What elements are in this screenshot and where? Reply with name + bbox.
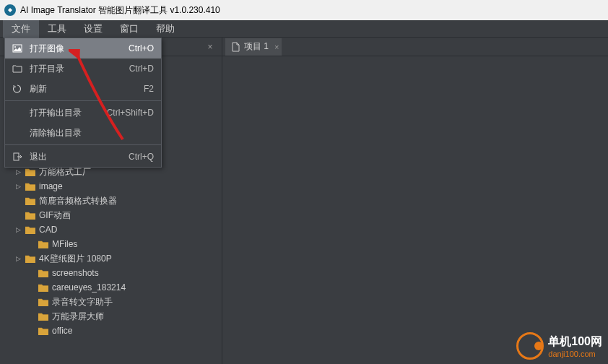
expand-icon[interactable]: ▷ (16, 255, 25, 262)
tree-item[interactable]: ▷CAD (0, 222, 222, 237)
tree-label: image (39, 181, 63, 191)
menu-window[interactable]: 窗口 (111, 20, 147, 38)
menu-separator (5, 100, 161, 101)
folder-icon (38, 268, 49, 278)
main-area: 项目 1 × (222, 38, 608, 364)
tree-label: 录音转文字助手 (52, 296, 113, 308)
watermark-title: 单机100网 (548, 334, 602, 350)
folder-icon (25, 210, 36, 220)
svg-point-1 (14, 46, 16, 48)
menu-clear-output[interactable]: 清除输出目录 (5, 123, 161, 143)
image-icon (11, 42, 24, 55)
watermark: 单机100网 danji100.com (516, 332, 602, 360)
menu-label: 打开图像 (30, 43, 129, 55)
folder-icon (11, 62, 24, 75)
folder-icon (25, 254, 36, 264)
expand-icon[interactable]: ▷ (16, 226, 25, 233)
refresh-icon (11, 82, 24, 95)
tree-label: 万能格式工厂 (39, 166, 91, 178)
titlebar-text: AI Image Translator 智能图片翻译工具 v1.0.230.41… (20, 4, 220, 17)
expand-icon[interactable]: ▷ (16, 168, 25, 176)
menu-open-image[interactable]: 打开图像 Ctrl+O (5, 38, 161, 58)
exit-icon (11, 150, 24, 163)
tabs-bar: 项目 1 × (222, 38, 608, 56)
folder-icon (38, 326, 49, 336)
menu-label: 退出 (30, 151, 129, 163)
tree-item[interactable]: ▷image (0, 179, 222, 194)
close-icon[interactable]: × (203, 42, 217, 52)
tab-project[interactable]: 项目 1 × (225, 38, 282, 56)
tree-item[interactable]: office (0, 324, 222, 338)
tree-label: 简鹿音频格式转换器 (39, 195, 117, 207)
menu-shortcut: Ctrl+Q (129, 152, 154, 162)
menu-tools[interactable]: 工具 (39, 20, 75, 38)
tree-item[interactable]: GIF动画 (0, 208, 222, 222)
menu-separator (5, 144, 161, 145)
menu-shortcut: Ctrl+D (129, 64, 154, 74)
menu-settings[interactable]: 设置 (75, 20, 111, 38)
titlebar: AI Image Translator 智能图片翻译工具 v1.0.230.41… (0, 0, 608, 20)
app-icon (4, 4, 16, 16)
tree-label: 万能录屏大师 (52, 311, 104, 323)
menu-label: 打开输出目录 (30, 107, 107, 119)
tree-item[interactable]: ▷4K壁纸图片 1080P (0, 251, 222, 266)
tree-label: office (52, 326, 72, 336)
tree-label: careueyes_183214 (52, 282, 126, 292)
folder-icon (38, 282, 49, 292)
menu-label: 刷新 (30, 83, 144, 95)
file-dropdown: 打开图像 Ctrl+O 打开目录 Ctrl+D 刷新 F2 打开输出目录 Ctr… (4, 38, 162, 168)
menu-open-dir[interactable]: 打开目录 Ctrl+D (5, 58, 161, 79)
menu-shortcut: Ctrl+O (129, 43, 154, 53)
blank-icon (11, 106, 24, 119)
menu-shortcut: F2 (144, 84, 154, 94)
folder-icon (38, 311, 49, 321)
document-icon (231, 42, 241, 52)
folder-icon (25, 167, 36, 177)
watermark-url: danji100.com (548, 350, 602, 358)
folder-icon (38, 239, 49, 249)
close-icon[interactable]: × (274, 43, 279, 51)
menu-label: 清除输出目录 (30, 127, 154, 139)
menu-exit[interactable]: 退出 Ctrl+Q (5, 147, 161, 167)
tree-label: MFiles (52, 239, 77, 249)
tree-item[interactable]: careueyes_183214 (0, 280, 222, 295)
folder-icon (25, 181, 36, 191)
menu-file[interactable]: 文件 (3, 20, 39, 38)
expand-icon[interactable]: ▷ (16, 183, 25, 190)
folder-icon (25, 225, 36, 235)
menu-open-output[interactable]: 打开输出目录 Ctrl+Shift+D (5, 103, 161, 123)
menubar: 文件 工具 设置 窗口 帮助 (0, 20, 608, 38)
menu-help[interactable]: 帮助 (147, 20, 183, 38)
tree-item[interactable]: 录音转文字助手 (0, 295, 222, 309)
tree-item[interactable]: 简鹿音频格式转换器 (0, 194, 222, 208)
tree-label: CAD (39, 225, 57, 235)
tree-item[interactable]: MFiles (0, 237, 222, 251)
menu-shortcut: Ctrl+Shift+D (107, 108, 154, 118)
tree-label: screenshots (52, 268, 99, 278)
tree-label: GIF动画 (39, 209, 71, 222)
menu-refresh[interactable]: 刷新 F2 (5, 79, 161, 99)
blank-icon (11, 126, 24, 139)
tree-item[interactable]: 万能录屏大师 (0, 309, 222, 324)
tree-item[interactable]: screenshots (0, 266, 222, 280)
menu-label: 打开目录 (30, 63, 129, 75)
tab-label: 项目 1 (244, 40, 269, 53)
folder-icon (38, 297, 49, 307)
watermark-logo-icon (516, 332, 544, 360)
tree-label: 4K壁纸图片 1080P (39, 253, 112, 265)
folder-icon (25, 196, 36, 206)
